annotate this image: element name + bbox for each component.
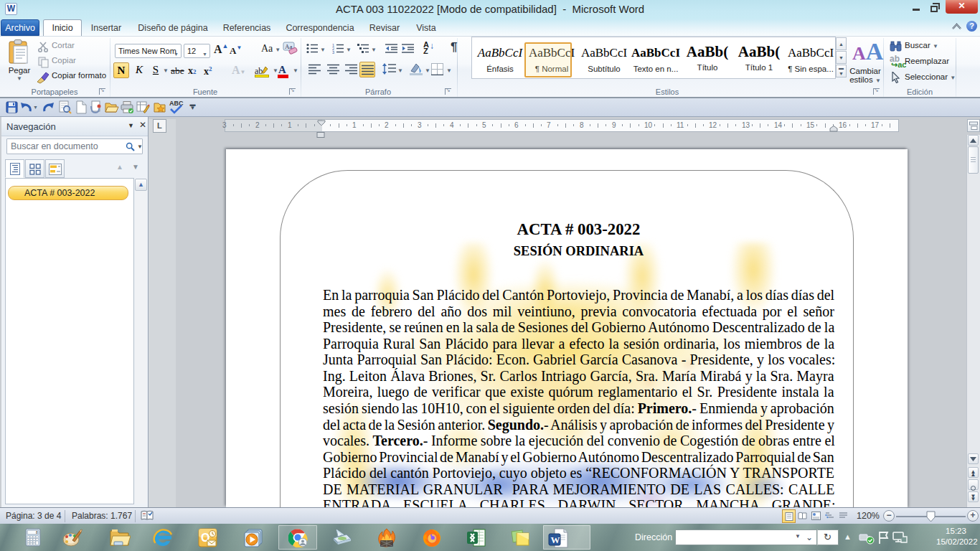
svg-text:W: W bbox=[551, 534, 560, 545]
svg-text:8: 8 bbox=[36, 530, 38, 534]
svg-text:3: 3 bbox=[332, 50, 334, 55]
